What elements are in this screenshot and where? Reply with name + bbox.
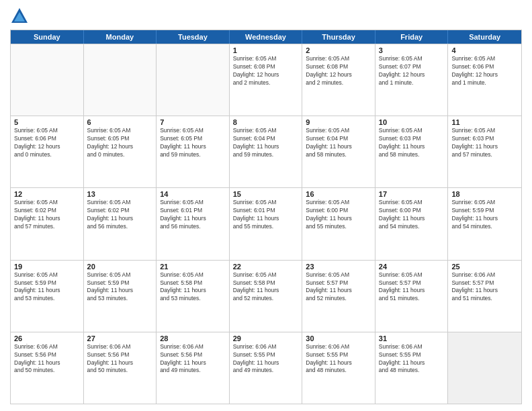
day-info: Sunrise: 6:05 AMSunset: 5:58 PMDaylight:…: [160, 271, 226, 304]
day-number: 29: [233, 334, 299, 342]
day-number: 2: [306, 46, 371, 54]
calendar-cell: 1Sunrise: 6:05 AMSunset: 6:08 PMDaylight…: [230, 44, 303, 116]
day-number: 11: [451, 118, 518, 126]
calendar-cell: 7Sunrise: 6:05 AMSunset: 6:05 PMDaylight…: [157, 116, 230, 187]
day-info: Sunrise: 6:05 AMSunset: 6:04 PMDaylight:…: [306, 127, 371, 159]
day-number: 22: [233, 263, 299, 271]
calendar-cell: 24Sunrise: 6:05 AMSunset: 5:57 PMDayligh…: [375, 261, 449, 332]
calendar-cell: 4Sunrise: 6:05 AMSunset: 6:06 PMDaylight…: [448, 44, 521, 116]
day-info: Sunrise: 6:05 AMSunset: 5:58 PMDaylight:…: [233, 271, 299, 304]
day-info: Sunrise: 6:05 AMSunset: 5:59 PMDaylight:…: [451, 199, 518, 231]
weekday-header: Thursday: [302, 30, 375, 44]
day-info: Sunrise: 6:05 AMSunset: 6:04 PMDaylight:…: [233, 127, 299, 159]
weekday-header: Wednesday: [230, 30, 303, 44]
calendar-cell: 31Sunrise: 6:06 AMSunset: 5:55 PMDayligh…: [375, 332, 449, 404]
day-number: 14: [160, 190, 226, 198]
day-info: Sunrise: 6:05 AMSunset: 5:59 PMDaylight:…: [14, 271, 80, 304]
calendar-cell: 13Sunrise: 6:05 AMSunset: 6:02 PMDayligh…: [84, 188, 157, 259]
calendar-row: 1Sunrise: 6:05 AMSunset: 6:08 PMDaylight…: [11, 44, 521, 116]
day-number: 8: [233, 118, 299, 126]
calendar-cell: 26Sunrise: 6:06 AMSunset: 5:56 PMDayligh…: [11, 332, 84, 404]
day-number: 30: [306, 334, 371, 342]
day-info: Sunrise: 6:05 AMSunset: 6:05 PMDaylight:…: [160, 127, 226, 159]
calendar-cell: 17Sunrise: 6:05 AMSunset: 6:00 PMDayligh…: [375, 188, 449, 259]
calendar: SundayMondayTuesdayWednesdayThursdayFrid…: [10, 30, 522, 404]
day-info: Sunrise: 6:05 AMSunset: 6:00 PMDaylight:…: [379, 199, 445, 231]
weekday-header: Tuesday: [157, 30, 230, 44]
calendar-cell: 11Sunrise: 6:05 AMSunset: 6:03 PMDayligh…: [448, 116, 521, 187]
day-number: 27: [87, 334, 153, 342]
day-number: 10: [379, 118, 445, 126]
calendar-body: 1Sunrise: 6:05 AMSunset: 6:08 PMDaylight…: [11, 44, 521, 404]
calendar-cell: 5Sunrise: 6:05 AMSunset: 6:06 PMDaylight…: [11, 116, 84, 187]
day-number: 28: [160, 334, 226, 342]
calendar-cell: 16Sunrise: 6:05 AMSunset: 6:00 PMDayligh…: [302, 188, 375, 259]
calendar-cell: 15Sunrise: 6:05 AMSunset: 6:01 PMDayligh…: [230, 188, 303, 259]
calendar-cell: [448, 332, 521, 404]
calendar-cell: 6Sunrise: 6:05 AMSunset: 6:05 PMDaylight…: [84, 116, 157, 187]
day-info: Sunrise: 6:05 AMSunset: 6:08 PMDaylight:…: [306, 55, 371, 87]
day-number: 12: [14, 190, 80, 198]
weekday-header: Friday: [375, 30, 449, 44]
day-number: 15: [233, 190, 299, 198]
day-info: Sunrise: 6:05 AMSunset: 6:02 PMDaylight:…: [14, 199, 80, 231]
day-info: Sunrise: 6:06 AMSunset: 5:56 PMDaylight:…: [87, 343, 153, 375]
calendar-cell: 10Sunrise: 6:05 AMSunset: 6:03 PMDayligh…: [375, 116, 449, 187]
day-info: Sunrise: 6:05 AMSunset: 6:03 PMDaylight:…: [379, 127, 445, 159]
calendar-cell: 20Sunrise: 6:05 AMSunset: 5:59 PMDayligh…: [84, 261, 157, 332]
day-number: 9: [306, 118, 371, 126]
day-info: Sunrise: 6:06 AMSunset: 5:57 PMDaylight:…: [451, 271, 518, 304]
day-number: 25: [451, 263, 518, 271]
calendar-header: SundayMondayTuesdayWednesdayThursdayFrid…: [11, 30, 521, 44]
day-info: Sunrise: 6:05 AMSunset: 6:03 PMDaylight:…: [451, 127, 518, 159]
day-info: Sunrise: 6:05 AMSunset: 6:08 PMDaylight:…: [233, 55, 299, 87]
calendar-cell: [157, 44, 230, 116]
calendar-cell: 2Sunrise: 6:05 AMSunset: 6:08 PMDaylight…: [302, 44, 375, 116]
day-info: Sunrise: 6:05 AMSunset: 5:57 PMDaylight:…: [379, 271, 445, 304]
day-number: 31: [379, 334, 445, 342]
calendar-cell: 3Sunrise: 6:05 AMSunset: 6:07 PMDaylight…: [375, 44, 449, 116]
day-number: 19: [14, 263, 80, 271]
day-number: 16: [306, 190, 371, 198]
calendar-cell: [84, 44, 157, 116]
day-number: 26: [14, 334, 80, 342]
logo: [10, 7, 32, 26]
weekday-header: Monday: [84, 30, 157, 44]
day-info: Sunrise: 6:06 AMSunset: 5:55 PMDaylight:…: [379, 343, 445, 375]
calendar-row: 26Sunrise: 6:06 AMSunset: 5:56 PMDayligh…: [11, 332, 521, 404]
day-number: 4: [451, 46, 518, 54]
day-info: Sunrise: 6:05 AMSunset: 6:07 PMDaylight:…: [379, 55, 445, 87]
day-number: 7: [160, 118, 226, 126]
calendar-cell: 9Sunrise: 6:05 AMSunset: 6:04 PMDaylight…: [302, 116, 375, 187]
calendar-cell: [11, 44, 84, 116]
day-number: 20: [87, 263, 153, 271]
calendar-cell: 8Sunrise: 6:05 AMSunset: 6:04 PMDaylight…: [230, 116, 303, 187]
day-number: 23: [306, 263, 371, 271]
calendar-row: 5Sunrise: 6:05 AMSunset: 6:06 PMDaylight…: [11, 116, 521, 187]
day-info: Sunrise: 6:05 AMSunset: 6:06 PMDaylight:…: [451, 55, 518, 87]
calendar-cell: 21Sunrise: 6:05 AMSunset: 5:58 PMDayligh…: [157, 261, 230, 332]
day-number: 3: [379, 46, 445, 54]
calendar-row: 12Sunrise: 6:05 AMSunset: 6:02 PMDayligh…: [11, 187, 521, 259]
day-number: 6: [87, 118, 153, 126]
day-number: 21: [160, 263, 226, 271]
day-info: Sunrise: 6:06 AMSunset: 5:56 PMDaylight:…: [160, 343, 226, 375]
calendar-cell: 29Sunrise: 6:06 AMSunset: 5:55 PMDayligh…: [230, 332, 303, 404]
day-info: Sunrise: 6:05 AMSunset: 5:59 PMDaylight:…: [87, 271, 153, 304]
day-info: Sunrise: 6:05 AMSunset: 6:06 PMDaylight:…: [14, 127, 80, 159]
calendar-cell: 30Sunrise: 6:06 AMSunset: 5:55 PMDayligh…: [302, 332, 375, 404]
day-number: 13: [87, 190, 153, 198]
day-info: Sunrise: 6:05 AMSunset: 6:00 PMDaylight:…: [306, 199, 371, 231]
calendar-cell: 23Sunrise: 6:05 AMSunset: 5:57 PMDayligh…: [302, 261, 375, 332]
day-number: 1: [233, 46, 299, 54]
day-info: Sunrise: 6:06 AMSunset: 5:56 PMDaylight:…: [14, 343, 80, 375]
day-info: Sunrise: 6:05 AMSunset: 6:01 PMDaylight:…: [160, 199, 226, 231]
day-number: 5: [14, 118, 80, 126]
calendar-cell: 18Sunrise: 6:05 AMSunset: 5:59 PMDayligh…: [448, 188, 521, 259]
day-info: Sunrise: 6:05 AMSunset: 5:57 PMDaylight:…: [306, 271, 371, 304]
calendar-cell: 27Sunrise: 6:06 AMSunset: 5:56 PMDayligh…: [84, 332, 157, 404]
calendar-cell: 25Sunrise: 6:06 AMSunset: 5:57 PMDayligh…: [448, 261, 521, 332]
day-number: 24: [379, 263, 445, 271]
day-info: Sunrise: 6:06 AMSunset: 5:55 PMDaylight:…: [233, 343, 299, 375]
calendar-cell: 12Sunrise: 6:05 AMSunset: 6:02 PMDayligh…: [11, 188, 84, 259]
